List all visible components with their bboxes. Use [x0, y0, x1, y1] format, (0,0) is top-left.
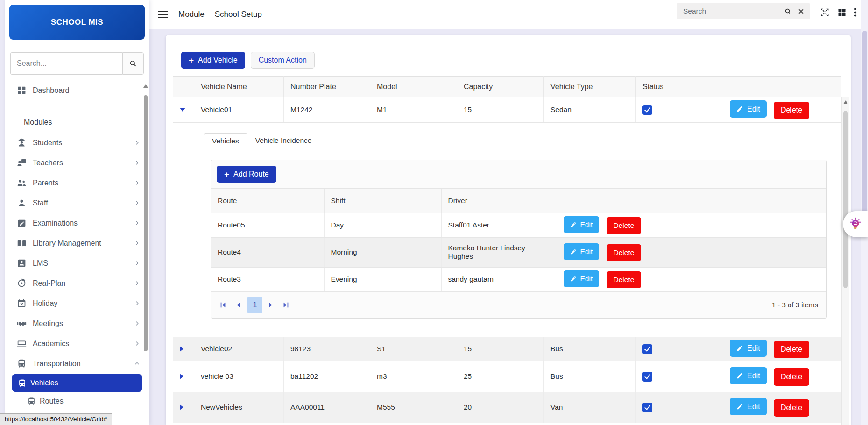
- topbar-search-input[interactable]: [683, 7, 778, 15]
- grid-toolbar: + Add Vehicle Custom Action: [166, 35, 851, 69]
- cell-shift: Evening: [324, 267, 441, 291]
- delete-button[interactable]: Delete: [774, 341, 809, 358]
- edit-button[interactable]: Edit: [730, 340, 767, 357]
- delete-button[interactable]: Delete: [774, 399, 809, 417]
- sidebar-item-holiday[interactable]: Holiday: [5, 293, 149, 313]
- grid-scrollbar[interactable]: [841, 97, 849, 425]
- staff-icon: [17, 198, 27, 208]
- sidebar-item-meetings[interactable]: Meetings: [5, 313, 149, 333]
- expand-row-icon[interactable]: [180, 346, 183, 352]
- pager-next-page-icon[interactable]: [267, 301, 275, 309]
- delete-button[interactable]: Delete: [607, 271, 642, 288]
- pager-page-1[interactable]: 1: [247, 297, 262, 313]
- edit-button[interactable]: Edit: [564, 270, 600, 287]
- sidebar-item-parents[interactable]: Parents: [5, 173, 149, 193]
- status-checkbox[interactable]: [642, 372, 652, 382]
- topbar-menu-school-setup[interactable]: School Setup: [215, 10, 262, 19]
- sidebar-item-transportation[interactable]: Transportation: [5, 354, 149, 374]
- column-header: Route: [211, 189, 324, 213]
- real-plan-icon: [17, 278, 27, 288]
- route-toolbar: + Add Route: [211, 160, 826, 189]
- apps-grid-icon[interactable]: [837, 8, 847, 17]
- cell-number-plate: M1242: [284, 97, 370, 123]
- tab-vehicle-incidence[interactable]: Vehicle Incidence: [247, 133, 320, 149]
- library-icon: [17, 238, 27, 248]
- more-options-icon[interactable]: [854, 7, 857, 17]
- pager-first-page-icon[interactable]: [219, 301, 227, 309]
- expand-row-icon[interactable]: [180, 374, 183, 379]
- sidebar-search-input[interactable]: [10, 52, 122, 75]
- scrollbar-thumb[interactable]: [144, 95, 148, 351]
- column-header: Model: [370, 77, 457, 97]
- ai-assistant-button[interactable]: [843, 211, 868, 237]
- pager-summary: 1 - 3 of 3 items: [772, 301, 818, 309]
- search-icon[interactable]: [784, 7, 792, 15]
- collapse-row-icon[interactable]: [180, 108, 185, 112]
- delete-button[interactable]: Delete: [607, 217, 642, 234]
- chevron-right-icon: [134, 160, 140, 166]
- sidebar-item-students[interactable]: Students: [5, 133, 149, 153]
- status-checkbox[interactable]: [642, 344, 652, 354]
- sidebar-item-staff[interactable]: Staff: [5, 193, 149, 213]
- sidebar-search-button[interactable]: [122, 52, 144, 75]
- bus-icon: [18, 379, 27, 388]
- holiday-icon: [17, 298, 27, 308]
- delete-button[interactable]: Delete: [774, 368, 809, 386]
- vehicle-row: Vehicle02 98123 S1 15 Bus Edit Delete: [173, 337, 841, 361]
- scrollbar-thumb[interactable]: [843, 111, 848, 288]
- vehicle-table: Vehicle Name Number Plate Model Capacity…: [173, 76, 841, 423]
- expand-row-icon[interactable]: [180, 404, 183, 410]
- scrollbar-thumb[interactable]: [862, 31, 867, 227]
- cell-vehicle-name: Vehicle02: [194, 337, 284, 361]
- chevron-right-icon: [134, 340, 140, 347]
- cell-capacity: 20: [457, 392, 544, 423]
- cell-capacity: 15: [457, 337, 544, 361]
- cell-number-plate: 98123: [284, 337, 370, 361]
- tab-vehicles[interactable]: Vehicles: [204, 133, 247, 149]
- sidebar-item-examinations[interactable]: Examinations: [5, 213, 149, 233]
- custom-action-button[interactable]: Custom Action: [251, 52, 315, 69]
- edit-button[interactable]: Edit: [730, 100, 767, 118]
- sidebar-item-library[interactable]: Library Management: [5, 233, 149, 253]
- sidebar-item-real-plan[interactable]: Real-Plan: [5, 273, 149, 293]
- fullscreen-icon[interactable]: [820, 7, 830, 17]
- vehicle-row: Vehicle01 M1242 M1 15 Sedan Edit Delete: [173, 97, 841, 123]
- cell-route: Route3: [211, 267, 324, 291]
- sidebar-item-lms[interactable]: LMS: [5, 253, 149, 273]
- delete-button[interactable]: Delete: [607, 244, 642, 261]
- pager-last-page-icon[interactable]: [282, 301, 289, 309]
- sidebar-item-teachers[interactable]: Teachers: [5, 153, 149, 173]
- status-checkbox[interactable]: [642, 403, 652, 412]
- cell-capacity: 15: [457, 97, 544, 123]
- edit-button[interactable]: Edit: [730, 398, 767, 415]
- actions-column-header: [557, 189, 826, 213]
- sidebar-scrollbar[interactable]: [143, 84, 148, 420]
- expander-column-header: [173, 77, 194, 97]
- scroll-up-arrow[interactable]: [143, 84, 148, 88]
- sidebar-item-label: Real-Plan: [33, 279, 65, 288]
- status-checkbox[interactable]: [642, 105, 652, 115]
- vehicle-grid-card: + Add Vehicle Custom Action Vehicle Name…: [166, 35, 851, 425]
- sidebar-item-vehicles[interactable]: Vehicles: [12, 374, 142, 392]
- delete-button[interactable]: Delete: [774, 102, 809, 119]
- cell-driver: Kameko Hunter Lindsey Hughes: [441, 237, 557, 267]
- edit-button[interactable]: Edit: [730, 367, 767, 384]
- hamburger-menu-icon[interactable]: [158, 9, 168, 20]
- plus-icon: +: [224, 170, 229, 179]
- add-route-button[interactable]: + Add Route: [217, 166, 276, 183]
- edit-button[interactable]: Edit: [564, 216, 600, 233]
- scroll-up-arrow[interactable]: [843, 100, 848, 104]
- chevron-right-icon: [134, 180, 140, 186]
- sidebar-item-academics[interactable]: Academics: [5, 333, 149, 354]
- edit-button[interactable]: Edit: [564, 243, 600, 260]
- sidebar-item-routes[interactable]: Routes: [5, 392, 149, 410]
- examinations-icon: [17, 218, 27, 228]
- topbar-menu-module[interactable]: Module: [178, 10, 205, 19]
- sidebar-item-dashboard[interactable]: Dashboard: [5, 80, 149, 100]
- cell-vehicle-type: Sedan: [544, 97, 636, 123]
- dashboard-icon: [17, 85, 27, 95]
- pager-prev-page-icon[interactable]: [234, 301, 242, 309]
- clear-search-icon[interactable]: [797, 8, 804, 15]
- topbar: Module School Setup: [149, 0, 861, 29]
- add-vehicle-button[interactable]: + Add Vehicle: [181, 52, 245, 69]
